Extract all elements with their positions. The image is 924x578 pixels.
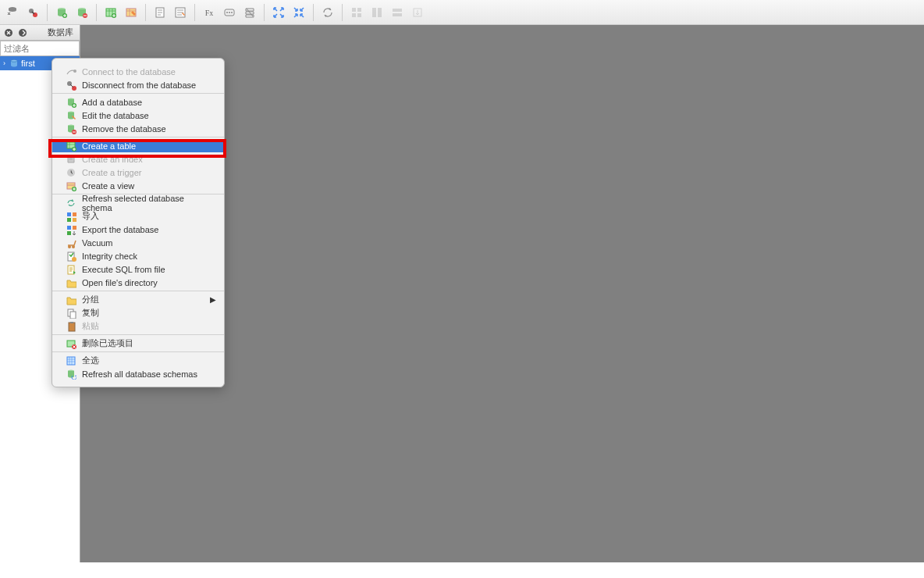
menu-item-refresh-schema[interactable]: Refresh selected database schema [52,196,224,209]
menu-item-add-db[interactable]: Add a database [52,95,224,109]
menu-item-group[interactable]: 分组▶ [52,293,224,306]
menu-item-execute-sql[interactable]: Execute SQL from file [52,262,224,276]
menu-item-disconnect[interactable]: Disconnect from the database [52,78,224,91]
svg-rect-55 [70,312,76,319]
refresh-icon[interactable] [318,3,337,22]
menu-item-remove-db[interactable]: Remove the database [52,122,224,135]
svg-point-29 [73,70,76,73]
menu-item-integrity[interactable]: Integrity check [52,249,224,262]
svg-rect-57 [70,322,73,323]
edit-table-icon[interactable] [122,3,140,22]
sidebar-header: 数据库 [0,25,80,41]
menu-item-label: Integrity check [82,252,137,261]
create-view-icon [65,180,77,192]
menu-item-import[interactable]: 导入 [52,209,224,223]
svg-text:Fx: Fx [205,9,214,17]
menu-item-select-all[interactable]: 全选 [52,354,224,367]
svg-rect-56 [69,323,75,331]
collation-icon[interactable] [240,3,259,22]
menu-item-label: Refresh all database schemas [82,369,197,379]
database-icon [9,58,20,69]
menu-item-edit-db[interactable]: Edit the database [52,109,224,122]
svg-point-52 [72,257,76,262]
function-icon[interactable]: Fx [200,3,219,22]
menu-item-label: 删除已选项目 [82,337,133,349]
close-panel-icon[interactable] [3,27,14,38]
svg-point-13 [226,12,228,13]
vacuum-icon [65,237,77,249]
undock-panel-icon[interactable] [17,27,28,38]
copy-icon [65,307,77,319]
menu-item-paste: 粘贴 [52,319,224,333]
tree-item-label: first [21,59,35,68]
menu-item-label: 复制 [82,307,99,319]
menu-item-create-index: Create an index [52,152,224,166]
integrity-icon [65,250,77,262]
svg-rect-18 [352,13,356,17]
svg-rect-47 [73,226,76,230]
menu-item-label: Export the database [82,225,158,234]
new-column-icon[interactable] [151,3,169,22]
svg-rect-23 [393,13,402,16]
svg-point-49 [68,245,71,248]
export-icon [408,3,427,22]
connect-database-icon[interactable] [3,3,22,22]
create-index-icon [65,153,77,166]
menu-item-open-dir[interactable]: Open file's directory [52,276,224,289]
expand-icon[interactable] [269,3,288,22]
select-all-icon [65,355,77,367]
svg-point-50 [72,245,75,248]
add-database-icon[interactable] [52,3,71,22]
database-context-menu: Connect to the databaseDisconnect from t… [52,58,225,387]
export-db-icon [65,223,77,236]
form-icon [368,3,386,22]
svg-point-15 [231,12,233,13]
remove-db-icon [65,123,77,135]
add-db-icon [65,96,77,109]
svg-rect-45 [73,218,76,222]
svg-rect-22 [393,9,402,12]
collapse-icon[interactable] [290,3,308,22]
create-table-icon[interactable] [101,3,120,22]
menu-item-label: Create a table [82,141,136,151]
svg-rect-48 [67,231,71,235]
connect-icon [65,66,77,78]
menu-item-label: Execute SQL from file [82,265,165,274]
edit-column-icon[interactable] [171,3,190,22]
remove-database-icon[interactable] [73,3,91,22]
menu-item-vacuum[interactable]: Vacuum [52,236,224,249]
menu-item-create-view[interactable]: Create a view [52,179,224,192]
aggregate-icon[interactable] [220,3,239,22]
menu-item-label: Edit the database [82,111,149,120]
refresh-schema-icon [65,197,77,209]
delete-selected-icon [65,337,77,350]
sidebar-title: 数据库 [48,27,73,38]
svg-rect-44 [67,218,71,222]
expand-arrow-icon[interactable]: › [3,59,5,67]
menu-item-label: 全选 [82,355,99,366]
menu-item-label: Create a trigger [82,168,141,177]
edit-db-icon [65,109,77,122]
menu-item-label: Connect to the database [82,67,176,77]
filter-input[interactable] [0,41,80,56]
menu-item-label: Create an index [82,155,143,164]
submenu-arrow-icon: ▶ [210,295,216,304]
menu-item-export-db[interactable]: Export the database [52,223,224,236]
menu-item-delete-selected[interactable]: 删除已选项目 [52,337,224,350]
menu-item-refresh-all[interactable]: Refresh all database schemas [52,367,224,380]
grid-icon [347,3,366,22]
menu-item-label: Remove the database [82,124,166,134]
disconnect-database-icon[interactable] [23,3,42,22]
menu-item-label: 粘贴 [82,320,99,332]
svg-rect-20 [372,8,376,17]
svg-rect-21 [378,8,382,17]
menu-item-create-table[interactable]: Create a table [52,139,224,152]
svg-rect-43 [73,212,76,216]
menu-item-label: Disconnect from the database [82,80,196,90]
refresh-all-icon [65,368,77,380]
menu-item-connect: Connect to the database [52,65,224,78]
create-table-icon [65,140,77,152]
menu-item-label: 分组 [82,294,99,305]
svg-point-14 [229,12,230,13]
menu-item-copy[interactable]: 复制 [52,306,224,319]
